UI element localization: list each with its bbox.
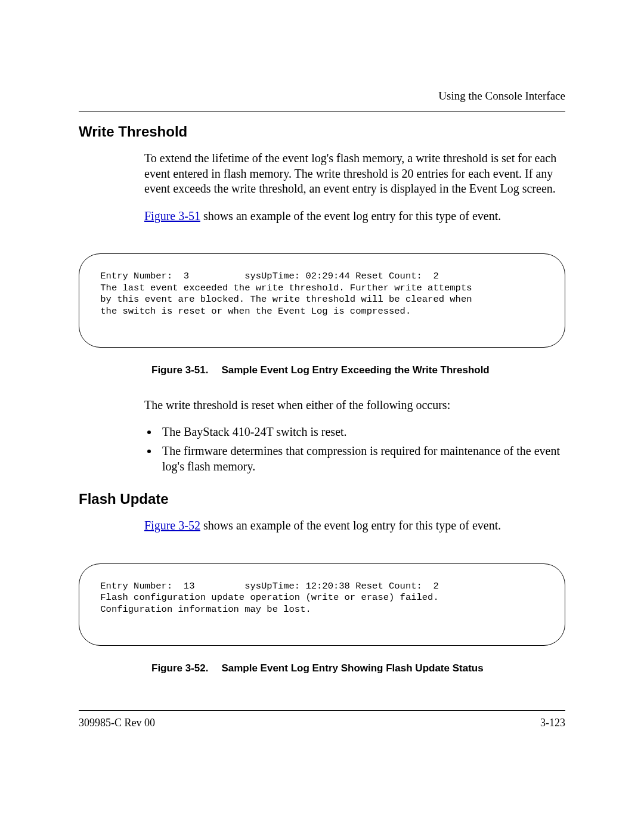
figref-3-52-link[interactable]: Figure 3-52 [144,519,200,532]
log-box-2-text: Entry Number: 13 sysUpTime: 12:20:38 Res… [95,581,549,615]
figure-3-52-caption: Figure 3-52.Sample Event Log Entry Showi… [144,662,565,674]
footer-rule [79,710,565,711]
header-rule [79,111,565,112]
running-header: Using the Console Interface [79,89,565,103]
page-content: Using the Console Interface Write Thresh… [0,0,644,674]
footer-left: 309985-C Rev 00 [79,717,155,729]
log-box-2-frame: Entry Number: 13 sysUpTime: 12:20:38 Res… [79,563,565,646]
figure-3-52-caption-label: Figure 3-52. [151,662,208,674]
flash-update-p1-after: shows an example of the event log entry … [200,519,501,532]
write-threshold-p3: The write threshold is reset when either… [144,398,565,413]
write-threshold-bullets: The BayStack 410-24T switch is reset. Th… [144,425,565,474]
write-threshold-p2: Figure 3-51 shows an example of the even… [144,209,565,224]
write-threshold-body: To extend the lifetime of the event log'… [144,151,565,224]
figure-3-51-caption: Figure 3-51.Sample Event Log Entry Excee… [144,364,565,376]
log-box-1-frame: Entry Number: 3 sysUpTime: 02:29:44 Rese… [79,253,565,348]
figure-3-51-caption-label: Figure 3-51. [151,364,208,376]
log-box-2: Entry Number: 13 sysUpTime: 12:20:38 Res… [79,563,565,646]
write-threshold-p2-after: shows an example of the event log entry … [200,209,501,222]
figure-3-51-caption-title: Sample Event Log Entry Exceeding the Wri… [221,364,489,376]
bullet-1: The BayStack 410-24T switch is reset. [159,425,565,440]
heading-flash-update: Flash Update [79,491,565,507]
flash-update-p1: Figure 3-52 shows an example of the even… [144,518,565,534]
flash-update-body: Figure 3-52 shows an example of the even… [144,518,565,534]
log-box-1: Entry Number: 3 sysUpTime: 02:29:44 Rese… [79,253,565,348]
footer-right: 3-123 [540,717,565,729]
figref-3-51-link[interactable]: Figure 3-51 [144,209,200,222]
heading-write-threshold: Write Threshold [79,123,565,140]
page-footer: 309985-C Rev 00 3-123 [79,710,565,729]
bullet-2: The firmware determines that compression… [159,444,565,474]
log-box-1-text: Entry Number: 3 sysUpTime: 02:29:44 Rese… [95,271,549,317]
write-threshold-p1: To extend the lifetime of the event log'… [144,151,565,197]
figure-3-52-caption-title: Sample Event Log Entry Showing Flash Upd… [221,662,483,674]
